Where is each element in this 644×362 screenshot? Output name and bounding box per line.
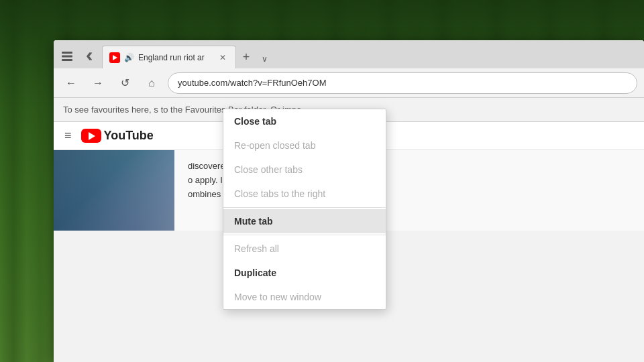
menu-item-close-right: Close tabs to the right: [223, 182, 386, 206]
youtube-logo[interactable]: YouTube: [81, 129, 154, 143]
menu-item-close-other: Close other tabs: [223, 158, 386, 182]
tab-controls: [58, 47, 98, 68]
back-tab-icon[interactable]: [79, 47, 98, 66]
menu-item-refresh-all: Refresh all: [223, 237, 386, 261]
menu-item-close-tab[interactable]: Close tab: [223, 109, 386, 133]
svg-rect-1: [62, 56, 72, 58]
youtube-play-icon: [89, 132, 95, 140]
menu-item-move-window: Move to new window: [223, 285, 386, 309]
tab-list-icon[interactable]: [58, 47, 76, 66]
address-bar[interactable]: youtube.com/watch?v=FRfunOeh7OM: [168, 72, 637, 94]
fav-bar-text: To see favourites here, s: [63, 105, 158, 115]
youtube-logo-text: YouTube: [104, 129, 154, 143]
browser-window: 🔊 England run riot ar ✕ + ∨ ← → ↺ ⌂ yout…: [54, 40, 644, 362]
youtube-icon: [81, 129, 101, 143]
address-text: youtube.com/watch?v=FRfunOeh7OM: [178, 78, 326, 88]
context-menu: Close tab Re-open closed tab Close other…: [223, 109, 386, 310]
tab-title: England run riot ar: [138, 53, 213, 62]
menu-item-mute-tab[interactable]: Mute tab: [223, 209, 386, 233]
hamburger-menu[interactable]: ≡: [64, 129, 72, 143]
active-tab[interactable]: 🔊 England run riot ar ✕: [102, 46, 236, 68]
favicon-play-icon: [113, 55, 117, 60]
refresh-button[interactable]: ↺: [114, 72, 136, 94]
home-button[interactable]: ⌂: [141, 72, 162, 94]
menu-separator-2: [223, 235, 386, 235]
tab-bar: 🔊 England run riot ar ✕ + ∨: [54, 40, 644, 68]
forward-button[interactable]: →: [87, 72, 109, 94]
menu-item-duplicate[interactable]: Duplicate: [223, 261, 386, 285]
new-tab-button[interactable]: +: [236, 48, 256, 68]
back-button[interactable]: ←: [60, 72, 82, 94]
menu-item-reopen-closed: Re-open closed tab: [223, 133, 386, 158]
tab-list-chevron[interactable]: ∨: [256, 52, 272, 68]
tab-audio-icon: 🔊: [124, 53, 134, 62]
toolbar: ← → ↺ ⌂ youtube.com/watch?v=FRfunOeh7OM: [54, 68, 644, 98]
svg-rect-2: [62, 59, 72, 61]
menu-separator-1: [223, 207, 386, 208]
tab-close-button[interactable]: ✕: [217, 52, 229, 64]
video-thumbnail[interactable]: [54, 150, 174, 231]
svg-rect-0: [62, 52, 72, 54]
tab-favicon: [109, 52, 120, 63]
